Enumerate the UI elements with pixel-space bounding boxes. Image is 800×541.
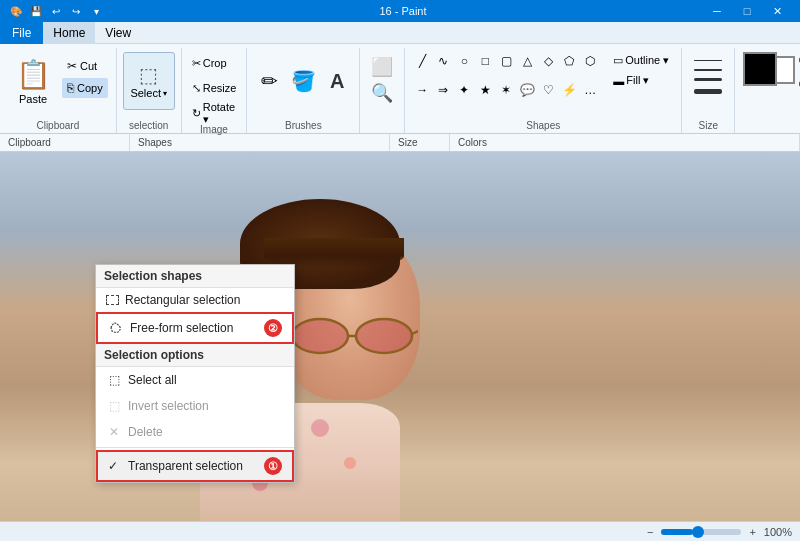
size-line-3 [694,78,722,81]
zoom-level: 100% [764,526,792,538]
brush-fill[interactable]: 🪣 [289,69,317,93]
file-menu[interactable]: File [0,22,43,44]
shape-curve[interactable]: ∿ [434,52,452,70]
transparent-badge: ① [264,457,282,475]
size-group: Size [682,48,735,133]
resize-button[interactable]: ⤡ Resize [186,77,243,99]
canvas-area[interactable]: Selection shapes Rectangular selection F… [0,152,800,541]
transparent-selection-item[interactable]: ✓ Transparent selection ① [96,450,294,482]
zoom-slider[interactable] [661,529,741,535]
free-form-selection-item[interactable]: Free-form selection ② [96,312,294,344]
redo-quick-icon[interactable]: ↪ [68,3,84,19]
select-all-icon: ⬚ [106,372,122,388]
shape-pentagon[interactable]: ⬠ [560,52,578,70]
svg-point-11 [344,457,356,469]
undo-quick-icon[interactable]: ↩ [48,3,64,19]
outline-icon: ▭ [613,54,623,67]
shape-oval[interactable]: ○ [455,52,473,70]
delete-label: Delete [128,425,163,439]
shape-more[interactable]: … [581,81,599,99]
fill-button[interactable]: ▬ Fill ▾ [609,72,673,89]
size-line-1 [694,60,722,61]
dropdown-quick-icon[interactable]: ▾ [88,3,104,19]
clipboard-group: 📋 Paste ✂ Cut ⎘ Copy Clipboard [0,48,117,133]
svg-point-1 [356,319,412,353]
rectangular-selection-item[interactable]: Rectangular selection [96,288,294,312]
size-label: Size [699,120,718,133]
selection-options-title: Selection options [96,344,294,367]
invert-label: Invert selection [128,399,209,413]
selection-label: selection [129,120,168,133]
clipboard-section-label: Clipboard [0,134,130,151]
shape-rect[interactable]: □ [476,52,494,70]
paste-label: Paste [19,93,47,105]
shape-line[interactable]: ╱ [413,52,431,70]
paste-icon: 📋 [16,58,51,91]
shape-star4[interactable]: ✦ [455,81,473,99]
select-all-item[interactable]: ⬚ Select all [96,367,294,393]
zoom-in-btn[interactable]: + [749,526,755,538]
view-menu[interactable]: View [95,22,141,44]
shape-diamond[interactable]: ◇ [539,52,557,70]
shape-arrow2[interactable]: ⇒ [434,81,452,99]
fill-label: Fill ▾ [626,74,649,87]
shape-callout[interactable]: 💬 [518,81,536,99]
dropdown-menu: Selection shapes Rectangular selection F… [95,264,295,483]
shape-star6[interactable]: ✶ [497,81,515,99]
color1-box[interactable] [743,52,777,86]
rotate-button[interactable]: ↻ Rotate ▾ [186,102,243,124]
zoom-out-btn[interactable]: − [647,526,653,538]
maximize-button[interactable]: □ [732,0,762,22]
invert-selection-item[interactable]: ⬚ Invert selection [96,393,294,419]
crop-button[interactable]: ✂ Crop [186,52,233,74]
outline-button[interactable]: ▭ Outline ▾ [609,52,673,69]
zoom-area: − + 100% [647,526,792,538]
size-selector[interactable] [690,52,726,102]
clipboard-label: Clipboard [36,120,79,133]
brush-pencil[interactable]: ✏ [255,69,283,93]
eraser-button[interactable]: ⬜ [368,56,396,78]
image-group: ✂ Crop ⤡ Resize ↻ Rotate ▾ Image [182,48,248,133]
brush-text[interactable]: A [323,70,351,93]
svg-line-4 [412,331,418,334]
shape-arrow[interactable]: → [413,81,431,99]
cut-button[interactable]: ✂ Cut [62,56,108,76]
home-menu[interactable]: Home [43,22,95,44]
transparent-label: Transparent selection [128,459,243,473]
invert-icon: ⬚ [106,398,122,414]
rotate-label: Rotate ▾ [203,101,237,126]
copy-icon: ⎘ [67,81,74,95]
save-quick-icon[interactable]: 💾 [28,3,44,19]
picker-icon: 🔍 [371,82,393,104]
select-dropdown-arrow: ▾ [163,89,167,98]
title-bar: 🎨 💾 ↩ ↪ ▾ 16 - Paint ─ □ ✕ [0,0,800,22]
shape-heart[interactable]: ♡ [539,81,557,99]
check-icon: ✓ [108,459,122,473]
sunglasses [288,316,418,359]
paste-button[interactable]: 📋 Paste [8,52,58,110]
minimize-button[interactable]: ─ [702,0,732,22]
shape-triangle[interactable]: △ [518,52,536,70]
shapes-group: ╱ ∿ ○ □ ▢ △ ◇ ⬠ ⬡ → ⇒ ✦ ★ ✶ 💬 ♡ ⚡ … [405,48,682,133]
shape-rounded[interactable]: ▢ [497,52,515,70]
picker-button[interactable]: 🔍 [368,82,396,104]
rotate-icon: ↻ [192,107,201,120]
menu-bar: File Home View [0,22,800,44]
title-text: 16 - Paint [379,5,426,17]
delete-item[interactable]: ✕ Delete [96,419,294,445]
shape-lightning[interactable]: ⚡ [560,81,578,99]
close-button[interactable]: ✕ [762,0,792,22]
shape-hexagon[interactable]: ⬡ [581,52,599,70]
crop-label: Crop [203,57,227,69]
dropdown-divider [96,447,294,448]
selection-shapes-title: Selection shapes [96,265,294,288]
size-section-label: Size [390,134,450,151]
copy-button[interactable]: ⎘ Copy [62,78,108,98]
cut-label: Cut [80,60,97,72]
zoom-handle [692,526,704,538]
shape-star5[interactable]: ★ [476,81,494,99]
delete-icon: ✕ [106,424,122,440]
text-icon: A [330,70,344,93]
select-button[interactable]: ⬚ Select ▾ [123,52,175,110]
free-form-badge: ② [264,319,282,337]
